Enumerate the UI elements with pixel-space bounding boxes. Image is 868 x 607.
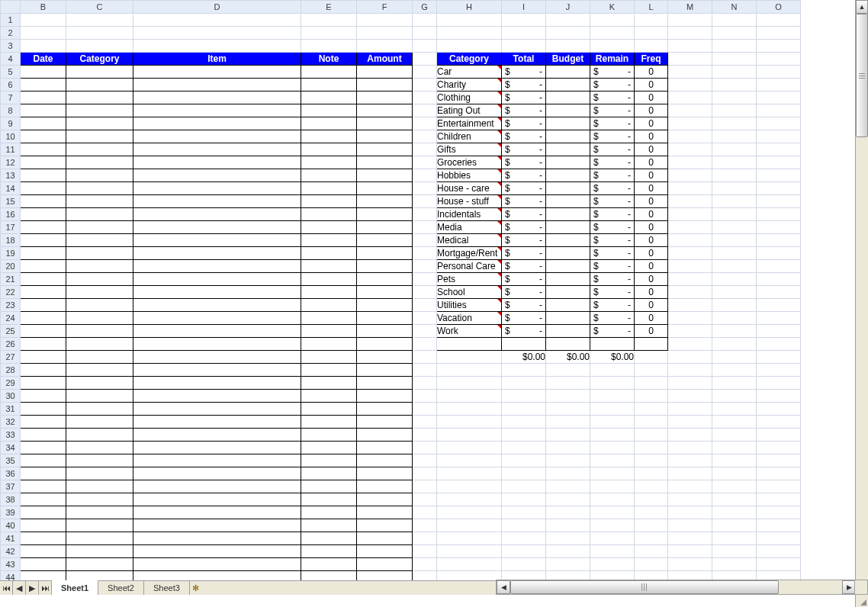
row-header-5[interactable]: 5 [1,66,21,79]
cell-I9[interactable]: $- [502,117,546,130]
cell-K6[interactable]: $- [590,79,635,92]
cell-J37[interactable] [546,480,590,493]
cell-O23[interactable] [757,299,801,312]
cell-E22[interactable] [301,286,357,299]
cell-I11[interactable]: $- [502,143,546,156]
horizontal-scrollbar[interactable]: ◀ ▶ [496,580,856,595]
cell-L38[interactable] [635,493,668,506]
cell-K41[interactable] [590,532,635,545]
cell-G17[interactable] [413,221,437,234]
cell-H2[interactable] [437,27,502,40]
cell-C9[interactable] [66,117,133,130]
cell-K33[interactable] [590,429,635,442]
cell-H20[interactable]: Personal Care [437,260,502,273]
cell-O6[interactable] [757,79,801,92]
cell-F2[interactable] [357,27,413,40]
cell-O16[interactable] [757,208,801,221]
cell-C41[interactable] [66,532,133,545]
cell-F44[interactable] [357,571,413,582]
cell-H18[interactable]: Medical [437,234,502,247]
cell-C22[interactable] [66,286,133,299]
cell-L20[interactable]: 0 [635,260,668,273]
cell-G33[interactable] [413,429,437,442]
row-header-43[interactable]: 43 [1,558,21,571]
cell-C19[interactable] [66,247,133,260]
cell-I40[interactable] [502,519,546,532]
cell-N2[interactable] [712,27,757,40]
cell-C38[interactable] [66,493,133,506]
cell-B18[interactable] [21,234,66,247]
cell-B12[interactable] [21,156,66,169]
cell-M29[interactable] [668,377,712,390]
cell-B9[interactable] [21,117,66,130]
cell-F10[interactable] [357,130,413,143]
cell-J32[interactable] [546,416,590,429]
cell-L37[interactable] [635,480,668,493]
cell-G2[interactable] [413,27,437,40]
cell-D3[interactable] [133,40,301,53]
cell-C26[interactable] [66,338,133,351]
cell-C43[interactable] [66,558,133,571]
vertical-scrollbar[interactable]: ▲ ▼ [855,0,868,595]
column-header-M[interactable]: M [668,1,712,14]
cell-B31[interactable] [21,403,66,416]
cell-J21[interactable] [546,273,590,286]
cell-J27[interactable]: $0.00 [546,351,590,364]
row-header-35[interactable]: 35 [1,454,21,467]
cell-I43[interactable] [502,558,546,571]
cell-H9[interactable]: Entertainment [437,117,502,130]
cell-B30[interactable] [21,390,66,403]
cell-J30[interactable] [546,390,590,403]
cell-F19[interactable] [357,247,413,260]
cell-H12[interactable]: Groceries [437,156,502,169]
cell-O14[interactable] [757,182,801,195]
cell-L31[interactable] [635,403,668,416]
cell-I33[interactable] [502,429,546,442]
cell-H34[interactable] [437,442,502,454]
cell-C33[interactable] [66,429,133,442]
cell-L34[interactable] [635,442,668,454]
cell-F22[interactable] [357,286,413,299]
cell-J38[interactable] [546,493,590,506]
cell-E7[interactable] [301,92,357,104]
cell-L15[interactable]: 0 [635,195,668,208]
cell-O5[interactable] [757,66,801,79]
cell-H17[interactable]: Media [437,221,502,234]
cell-K5[interactable]: $- [590,66,635,79]
cell-I38[interactable] [502,493,546,506]
row-header-26[interactable]: 26 [1,338,21,351]
cell-B15[interactable] [21,195,66,208]
cell-F28[interactable] [357,364,413,377]
cell-J18[interactable] [546,234,590,247]
cell-M16[interactable] [668,208,712,221]
cell-E21[interactable] [301,273,357,286]
cell-N37[interactable] [712,480,757,493]
cell-N17[interactable] [712,221,757,234]
cell-F5[interactable] [357,66,413,79]
cell-I37[interactable] [502,480,546,493]
column-header-H[interactable]: H [437,1,502,14]
cell-L1[interactable] [635,14,668,27]
cell-I8[interactable]: $- [502,104,546,117]
cell-J42[interactable] [546,545,590,558]
cell-E25[interactable] [301,325,357,338]
cell-N33[interactable] [712,429,757,442]
cell-N30[interactable] [712,390,757,403]
row-header-14[interactable]: 14 [1,182,21,195]
cell-M38[interactable] [668,493,712,506]
cell-G16[interactable] [413,208,437,221]
cell-C27[interactable] [66,351,133,364]
cell-H21[interactable]: Pets [437,273,502,286]
grid-area[interactable]: BCDEFGHIJKLMNO1234DateCategoryItemNoteAm… [0,0,856,581]
cell-D41[interactable] [133,532,301,545]
cell-C44[interactable] [66,571,133,582]
row-header-32[interactable]: 32 [1,416,21,429]
cell-O30[interactable] [757,390,801,403]
cell-D31[interactable] [133,403,301,416]
cell-N12[interactable] [712,156,757,169]
cell-H28[interactable] [437,364,502,377]
cell-J35[interactable] [546,454,590,467]
cell-E2[interactable] [301,27,357,40]
cell-J34[interactable] [546,442,590,454]
cell-M8[interactable] [668,104,712,117]
